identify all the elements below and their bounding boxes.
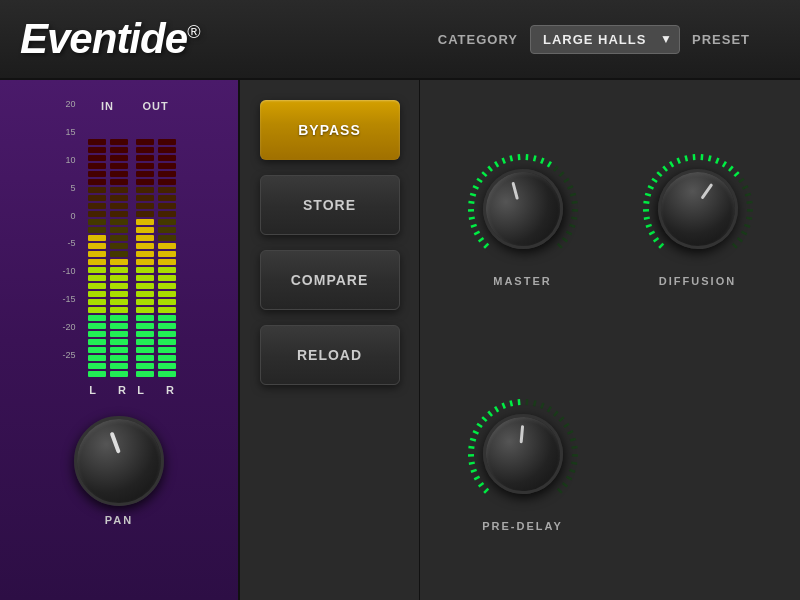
out-r-meter bbox=[158, 118, 176, 378]
in-vu-group: IN L R bbox=[88, 100, 128, 396]
in-l-label: L bbox=[89, 384, 96, 396]
pan-label: PAN bbox=[105, 514, 133, 526]
predelay-knob-cell: PRE-DELAY bbox=[440, 345, 605, 580]
logo-area: Eventide® bbox=[20, 15, 199, 63]
in-r-meter bbox=[110, 118, 128, 378]
master-label: MASTER bbox=[493, 275, 551, 287]
main-content: 20 15 10 5 0 -5 -10 -15 -20 -25 IN bbox=[0, 80, 800, 600]
right-panel: MASTER DIFFUSION PRE-DELAY bbox=[420, 80, 800, 600]
vu-meters-section: 20 15 10 5 0 -5 -10 -15 -20 -25 IN bbox=[62, 100, 175, 396]
preset-label: PRESET bbox=[692, 32, 750, 47]
pan-knob[interactable] bbox=[74, 416, 164, 506]
store-button[interactable]: STORE bbox=[260, 175, 400, 235]
center-panel: BYPASS STORE COMPARE RELOAD bbox=[240, 80, 420, 600]
out-r-label: R bbox=[166, 384, 174, 396]
master-knob-cell: MASTER bbox=[440, 100, 605, 335]
diffusion-knob-ring bbox=[638, 149, 758, 269]
in-meters bbox=[88, 118, 128, 378]
predelay-label: PRE-DELAY bbox=[482, 520, 563, 532]
reload-button[interactable]: RELOAD bbox=[260, 325, 400, 385]
compare-button[interactable]: COMPARE bbox=[260, 250, 400, 310]
header: Eventide® CATEGORY LARGE HALLS SMALL HAL… bbox=[0, 0, 800, 80]
out-vu-group: OUT L R bbox=[136, 100, 176, 396]
registered-mark: ® bbox=[187, 22, 199, 42]
bypass-button[interactable]: BYPASS bbox=[260, 100, 400, 160]
in-l-meter bbox=[88, 118, 106, 378]
out-l-meter bbox=[136, 118, 154, 378]
predelay-knob-ring bbox=[463, 394, 583, 514]
out-lr-labels: L R bbox=[137, 384, 174, 396]
logo-name: Eventide bbox=[20, 15, 187, 62]
vu-scale: 20 15 10 5 0 -5 -10 -15 -20 -25 bbox=[62, 100, 75, 360]
category-label: CATEGORY bbox=[438, 32, 518, 47]
in-lr-labels: L R bbox=[89, 384, 126, 396]
out-meters bbox=[136, 118, 176, 378]
diffusion-label: DIFFUSION bbox=[659, 275, 736, 287]
out-l-label: L bbox=[137, 384, 144, 396]
left-panel: 20 15 10 5 0 -5 -10 -15 -20 -25 IN bbox=[0, 80, 240, 600]
in-label: IN bbox=[101, 100, 114, 112]
category-dropdown-wrapper[interactable]: LARGE HALLS SMALL HALLS ROOMS PLATES SPR… bbox=[530, 25, 680, 54]
knob-cell-4 bbox=[615, 345, 780, 580]
diffusion-knob-cell: DIFFUSION bbox=[615, 100, 780, 335]
header-center: CATEGORY LARGE HALLS SMALL HALLS ROOMS P… bbox=[438, 25, 750, 54]
in-r-label: R bbox=[118, 384, 126, 396]
app-logo: Eventide® bbox=[20, 15, 199, 62]
master-knob-ring bbox=[463, 149, 583, 269]
out-label: OUT bbox=[142, 100, 168, 112]
category-select[interactable]: LARGE HALLS SMALL HALLS ROOMS PLATES SPR… bbox=[530, 25, 680, 54]
pan-section: PAN bbox=[74, 416, 164, 526]
